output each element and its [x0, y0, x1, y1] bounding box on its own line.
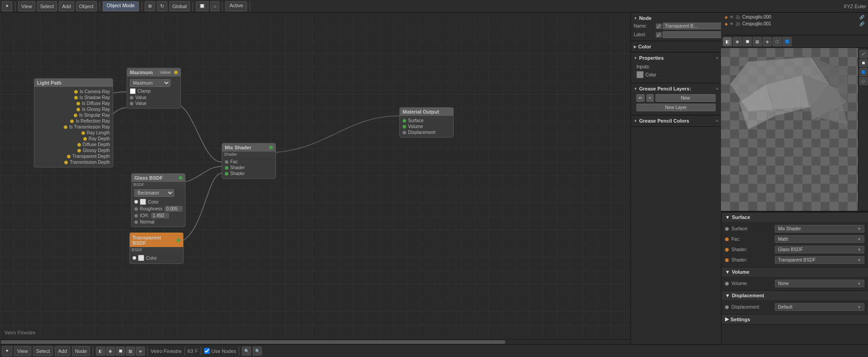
settings-header[interactable]: ▶ Settings — [721, 314, 868, 324]
pivot-btn[interactable]: ⊕ — [145, 1, 155, 11]
menu-view[interactable]: View — [18, 1, 35, 11]
orientation-btn[interactable]: Global — [169, 1, 190, 11]
properties-options: ≡ — [716, 56, 718, 60]
menu-select[interactable]: Select — [37, 1, 57, 11]
viewport-icon-5[interactable]: ⬡ — [773, 37, 782, 46]
bottom-icon-1[interactable]: ◉ — [106, 347, 115, 356]
displacement-arrow: ▼ — [857, 305, 861, 309]
transparent-bsdf-node[interactable]: Transparent BSDF BSDF Color — [129, 233, 184, 264]
viewport-icon-0[interactable]: ◧ — [723, 37, 732, 46]
transparent-color-swatch[interactable] — [138, 255, 144, 261]
bottom-blender-btn[interactable]: ✦ — [2, 346, 12, 356]
mix-shader1-row: Shader — [225, 165, 273, 171]
bottom-icon-zoom-out[interactable]: 🔍 — [253, 347, 262, 356]
mix-shader-node[interactable]: Mix Shader Shader Fac Shader Shader — [222, 143, 276, 179]
viewport-icon-2[interactable]: 🔲 — [743, 37, 752, 46]
maximum-clamp-checkbox[interactable] — [130, 88, 136, 94]
bottom-icon-zoom-in[interactable]: 🔍 — [242, 347, 251, 356]
magnet-btn[interactable]: 🔲 — [196, 1, 209, 11]
node-name-input[interactable] — [663, 23, 721, 29]
bottom-add-menu[interactable]: Add — [55, 346, 70, 356]
displacement-header[interactable]: ▼ Displacement — [721, 291, 868, 300]
menu-add[interactable]: Add — [59, 1, 74, 11]
shader1-value[interactable]: Glass BSDF ▼ — [775, 246, 864, 253]
bottom-select-menu[interactable]: Select — [33, 346, 53, 356]
node-editor-scrollbar[interactable] — [0, 339, 631, 344]
obj-item-1[interactable]: ◆ 👁 🎥 Cespuglio.001 🔗 — [723, 20, 866, 27]
maximum-header: Maximum Value — [127, 68, 180, 76]
ri-btn-1[interactable]: 🔲 — [859, 59, 868, 67]
fac-value[interactable]: Math ▼ — [775, 235, 864, 243]
maximum-dropdown[interactable]: Maximum — [130, 79, 171, 87]
maximum-node[interactable]: Maximum Value Maximum Clamp Value — [127, 68, 181, 109]
mo-surface-label: Surface — [408, 118, 423, 123]
viewport-icon-1[interactable]: ◉ — [733, 37, 742, 46]
gp-new-btn[interactable]: New — [655, 94, 716, 102]
viewport-icon-6[interactable]: 🔵 — [783, 37, 792, 46]
gp-new-layer-btn[interactable]: New Layer — [636, 104, 716, 111]
lp-socket-diffuse — [76, 102, 80, 105]
maximum-val2-label: Value — [135, 101, 147, 106]
volume-value-text: None — [778, 281, 789, 286]
glass-ior-input[interactable] — [151, 213, 169, 219]
light-path-body: Is Camera Ray Is Shadow Ray Is Diffuse R… — [34, 87, 113, 167]
separator-4 — [193, 2, 193, 11]
bottom-icon-3[interactable]: ▦ — [126, 347, 135, 356]
ri-btn-3[interactable]: ⬡ — [859, 77, 868, 85]
node-editor[interactable]: Light Path Is Camera Ray Is Shadow Ray I… — [0, 13, 631, 344]
shader1-arrow: ▼ — [857, 248, 861, 252]
ri-btn-0[interactable]: 🖊 — [859, 50, 868, 58]
material-output-body: Surface Volume Displacement — [400, 116, 453, 137]
glass-bsdf-node[interactable]: Glass BSDF BSDF Beckmann Color Roughness — [131, 173, 185, 227]
lp-row-glossy: Is Glossy Ray — [37, 106, 110, 112]
material-output-node[interactable]: Material Output Surface Volume Displacem… — [399, 107, 454, 138]
glass-roughness-row: Roughness — [134, 205, 182, 212]
light-path-node[interactable]: Light Path Is Camera Ray Is Shadow Ray I… — [34, 78, 113, 167]
obj-link-icon-1: 🔗 — [859, 22, 864, 26]
gp-add-btn[interactable]: + — [646, 94, 654, 102]
glass-color-swatch[interactable] — [140, 199, 146, 205]
bottom-view-menu[interactable]: View — [14, 346, 31, 356]
ri-btn-2[interactable]: 🔵 — [859, 68, 868, 76]
volume-header[interactable]: ▼ Volume — [721, 267, 868, 276]
viewport-icon-4[interactable]: ◈ — [763, 37, 772, 46]
surface-label: Surface: — [731, 226, 772, 231]
proportional-btn[interactable]: ○ — [210, 1, 220, 11]
volume-value[interactable]: None ▼ — [775, 280, 864, 287]
surface-value[interactable]: Mix Shader ▼ — [775, 225, 864, 233]
color-input-box[interactable] — [636, 71, 644, 78]
volume-title: Volume — [732, 269, 749, 275]
node-label-input[interactable] — [663, 31, 721, 38]
lp-row-camera: Is Camera Ray — [37, 89, 110, 95]
transform-btn[interactable]: ↻ — [157, 1, 167, 11]
gp-pencil-btn[interactable]: ✏ — [636, 94, 645, 102]
node-section-header[interactable]: ▼ Node — [634, 14, 718, 22]
glass-roughness-input[interactable] — [165, 206, 183, 212]
surface-title: Surface — [732, 214, 750, 220]
object-mode-select[interactable]: Object Mode — [103, 1, 139, 11]
shader2-arrow: ▼ — [857, 258, 861, 262]
bottom-icon-0[interactable]: ◧ — [96, 347, 105, 356]
inputs-row: Inputs: — [636, 63, 716, 70]
menu-object[interactable]: Object — [76, 1, 97, 11]
shader2-value[interactable]: Transparent BSDF ▼ — [775, 256, 864, 264]
displacement-value[interactable]: Default ▼ — [775, 303, 864, 311]
obj-item-0[interactable]: ◆ 👁 🎥 Cespuglio.000 🔗 — [723, 14, 866, 20]
use-nodes-checkbox[interactable] — [204, 348, 210, 354]
volume-field-row: Volume: None ▼ — [725, 278, 864, 289]
bottom-icon-4[interactable]: ◈ — [136, 347, 145, 356]
surface-header[interactable]: ▼ Surface — [721, 213, 868, 222]
bottom-icon-2[interactable]: 🔲 — [116, 347, 125, 356]
gp-layers-header[interactable]: ▼ Grease Pencil Layers: ≡ — [634, 85, 718, 92]
glass-bsdf-dropdown[interactable]: Beckmann — [134, 189, 174, 197]
viewport-icon-3[interactable]: ▦ — [753, 37, 762, 46]
displacement-label: Displacement: — [731, 305, 772, 309]
bottom-node-menu[interactable]: Node — [72, 346, 90, 356]
blender-icon-btn[interactable]: ✦ — [2, 1, 12, 11]
color-section-header[interactable]: ▶ Color — [634, 43, 718, 50]
gp-colors-header[interactable]: ▼ Grease Pencil Colors ≡ — [634, 117, 718, 124]
viewport-3d[interactable]: 🖊 🔲 🔵 ⬡ — [721, 48, 868, 211]
properties-section-header[interactable]: ▼ Properties ≡ — [634, 54, 718, 62]
lp-socket-reflection — [70, 119, 74, 123]
color-section: ▶ Color — [631, 41, 721, 52]
